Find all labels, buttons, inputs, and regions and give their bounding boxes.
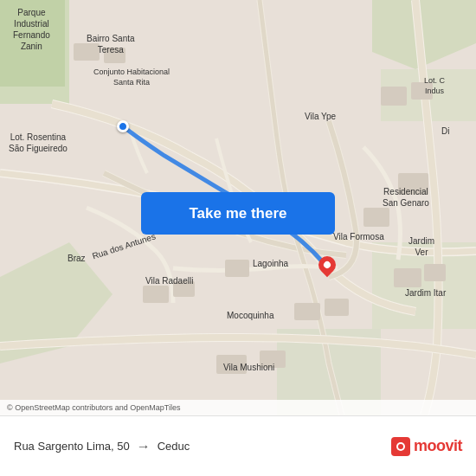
svg-rect-14 [173, 281, 195, 297]
svg-rect-17 [394, 268, 421, 287]
svg-rect-10 [381, 87, 407, 106]
copyright-bar: © OpenStreetMap contributors and OpenMap… [0, 400, 476, 415]
svg-point-24 [398, 444, 403, 449]
moovit-icon [391, 437, 410, 456]
route-info: Rua Sargento Lima, 50 → Ceduc [14, 439, 391, 454]
bottom-bar: Rua Sargento Lima, 50 → Ceduc moovit [0, 415, 476, 476]
svg-rect-16 [363, 208, 389, 227]
copyright-text: © OpenStreetMap contributors and OpenMap… [7, 403, 180, 412]
svg-rect-11 [411, 82, 433, 100]
take-me-there-button[interactable]: Take me there [141, 192, 335, 235]
svg-rect-13 [143, 286, 169, 303]
svg-rect-20 [325, 299, 349, 316]
route-from: Rua Sargento Lima, 50 [14, 440, 130, 453]
svg-rect-8 [74, 43, 100, 61]
map-container: ParqueIndustrialFernandoZanin Bairro San… [0, 0, 476, 415]
svg-rect-18 [424, 264, 446, 281]
svg-rect-22 [260, 351, 286, 368]
svg-rect-9 [104, 48, 125, 63]
svg-rect-12 [398, 173, 428, 195]
svg-rect-15 [225, 260, 249, 277]
svg-rect-21 [216, 355, 247, 374]
route-arrow: → [137, 439, 151, 454]
moovit-logo-text: moovit [414, 437, 462, 455]
svg-rect-19 [294, 303, 320, 320]
svg-rect-2 [0, 0, 65, 87]
origin-marker [117, 120, 129, 132]
route-to: Ceduc [158, 440, 190, 453]
moovit-logo: moovit [391, 437, 462, 456]
moovit-icon-svg [395, 441, 407, 453]
